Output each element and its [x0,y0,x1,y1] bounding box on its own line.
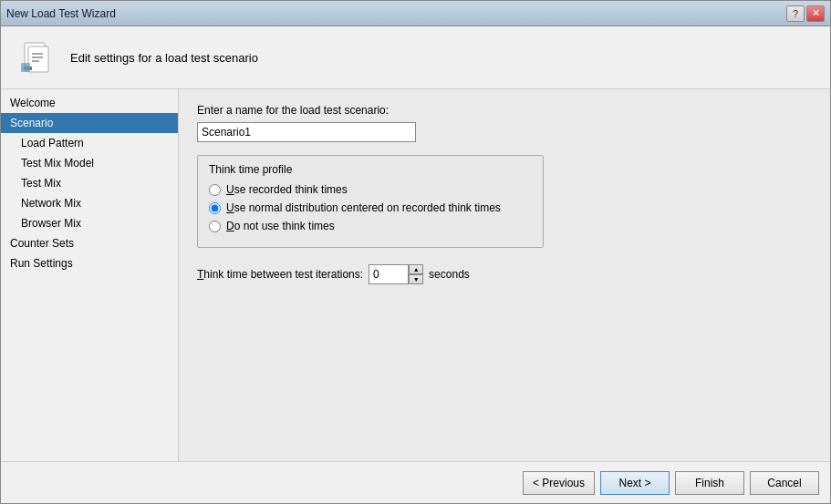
finish-button[interactable]: Finish [675,471,744,495]
previous-button[interactable]: < Previous [523,471,595,495]
wizard-header: Edit settings for a load test scenario [1,26,830,89]
think-time-group-title: Think time profile [209,163,532,176]
help-button[interactable]: ? [786,5,805,22]
radio-use-recorded[interactable] [209,184,221,196]
radio-label-use-recorded[interactable]: Use recorded think times [226,183,348,196]
wizard-icon [16,36,59,79]
next-button[interactable]: Next > [600,471,670,495]
spinner-buttons: ▲ ▼ [409,264,423,284]
footer: < Previous Next > Finish Cancel [1,461,830,503]
seconds-label: seconds [429,268,470,281]
close-button[interactable]: ✕ [806,5,825,22]
spinner-up-button[interactable]: ▲ [409,264,423,274]
title-bar: New Load Test Wizard ? ✕ [1,1,830,26]
nav-item-test-mix[interactable]: Test Mix [1,173,178,193]
think-time-between-label: Think time between test iterations: [197,268,363,281]
spinner-down-button[interactable]: ▼ [409,274,423,284]
cancel-button[interactable]: Cancel [750,471,819,495]
radio-row-use-normal: Use normal distribution centered on reco… [209,201,532,214]
wizard-header-title: Edit settings for a load test scenario [70,51,258,65]
nav-item-test-mix-model[interactable]: Test Mix Model [1,153,178,173]
title-bar-buttons: ? ✕ [786,5,825,22]
think-time-input[interactable] [369,264,409,284]
window-title: New Load Test Wizard [6,7,116,20]
nav-item-browser-mix[interactable]: Browser Mix [1,213,178,233]
nav-item-welcome[interactable]: Welcome [1,93,178,113]
nav-item-network-mix[interactable]: Network Mix [1,193,178,213]
nav-item-load-pattern[interactable]: Load Pattern [1,133,178,153]
radio-row-do-not-use: Do not use think times [209,220,532,232]
main-layout: Welcome Scenario Load Pattern Test Mix M… [1,89,830,461]
radio-label-do-not-use[interactable]: Do not use think times [226,220,335,232]
radio-label-use-normal[interactable]: Use normal distribution centered on reco… [226,201,501,214]
nav-item-run-settings[interactable]: Run Settings [1,253,178,273]
left-nav: Welcome Scenario Load Pattern Test Mix M… [1,89,179,461]
scenario-name-label: Enter a name for the load test scenario: [197,104,812,117]
think-time-iterations-row: Think time between test iterations: ▲ ▼ … [197,264,812,284]
right-content: Enter a name for the load test scenario:… [179,89,830,461]
think-time-spinner-wrap: ▲ ▼ [369,264,423,284]
main-window: New Load Test Wizard ? ✕ Edit sett [0,0,831,504]
nav-item-scenario[interactable]: Scenario [1,113,178,133]
radio-do-not-use[interactable] [209,221,221,232]
think-time-group: Think time profile Use recorded think ti… [197,155,544,248]
scenario-name-input[interactable] [197,122,416,142]
svg-rect-6 [21,63,30,72]
radio-row-use-recorded: Use recorded think times [209,183,532,196]
radio-use-normal[interactable] [209,202,221,214]
nav-item-counter-sets[interactable]: Counter Sets [1,233,178,253]
